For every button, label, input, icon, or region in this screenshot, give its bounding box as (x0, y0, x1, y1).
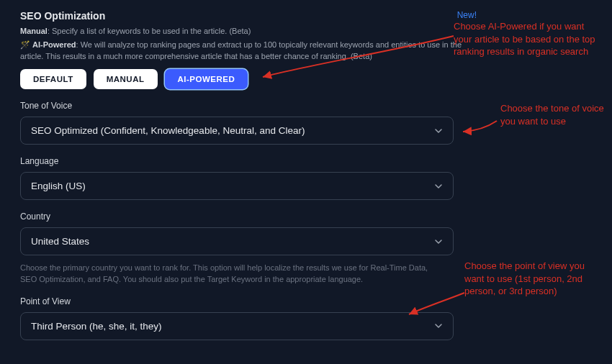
ai-powered-text: : We will analyze top ranking pages and … (20, 40, 462, 60)
country-select[interactable]: United States (20, 227, 454, 255)
chevron-down-icon (434, 237, 443, 246)
language-select[interactable]: English (US) (20, 172, 454, 200)
pov-label: Point of View (20, 296, 477, 306)
manual-label: Manual (20, 27, 48, 35)
country-value: United States (31, 236, 89, 247)
annotation-ai-powered: Choose AI-Powered if you want your artic… (454, 20, 601, 58)
tab-ai-powered[interactable]: AI-POWERED (165, 69, 248, 89)
section-title: SEO Optimization (20, 10, 105, 22)
seo-settings-panel: SEO Optimization New! Manual: Specify a … (0, 0, 497, 364)
chevron-down-icon (434, 127, 443, 135)
ai-powered-label: AI-Powered (32, 40, 76, 49)
annotation-tone: Choose the tone of voice you want to use (500, 102, 608, 127)
tab-default[interactable]: DEFAULT (20, 69, 86, 89)
new-badge: New! (457, 10, 477, 20)
tone-value: SEO Optimized (Confident, Knowledgeable,… (31, 125, 305, 136)
section-header: SEO Optimization New! (20, 10, 477, 22)
wand-icon: 🪄 (20, 40, 30, 49)
manual-description: Manual: Specify a list of keywords to be… (20, 26, 477, 37)
country-help-text: Choose the primary country you want to r… (20, 263, 445, 285)
pov-value: Third Person (he, she, it, they) (31, 321, 162, 332)
mode-tabs: DEFAULT MANUAL AI-POWERED (20, 69, 477, 89)
annotation-pov: Choose the point of view you want to use… (464, 260, 605, 298)
chevron-down-icon (434, 182, 443, 191)
tab-manual[interactable]: MANUAL (94, 69, 158, 89)
chevron-down-icon (434, 322, 443, 330)
language-value: English (US) (31, 181, 86, 191)
manual-text: : Specify a list of keywords to be used … (48, 27, 251, 35)
tone-label: Tone of Voice (20, 101, 477, 111)
pov-select[interactable]: Third Person (he, she, it, they) (20, 312, 454, 340)
tone-select[interactable]: SEO Optimized (Confident, Knowledgeable,… (20, 117, 454, 145)
country-label: Country (20, 211, 477, 222)
language-label: Language (20, 156, 477, 166)
ai-description: 🪄 AI-Powered: We will analyze top rankin… (20, 40, 477, 62)
